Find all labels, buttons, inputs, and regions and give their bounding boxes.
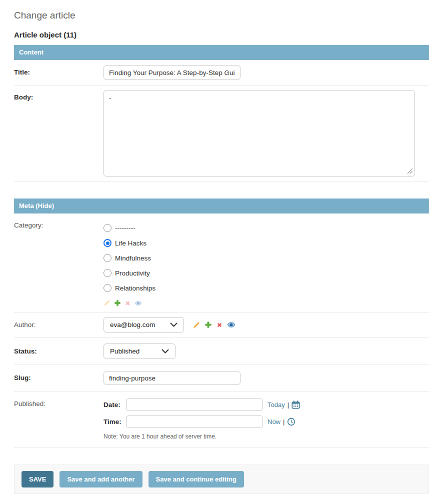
save-button[interactable]: SAVE [22,471,54,488]
content-fieldset: Content Title: Body: - [14,45,429,182]
chevron-down-icon [162,349,169,354]
published-date-line: Date: Today | [104,398,429,411]
title-input[interactable] [104,65,240,80]
radio-selected-icon[interactable] [104,239,112,247]
category-option-empty[interactable]: --------- [104,220,429,236]
category-option-label[interactable]: Productivity [115,270,150,277]
published-date-input[interactable] [126,398,263,411]
category-option-label[interactable]: Relationships [115,284,156,292]
published-label: Published: [14,398,104,408]
eye-icon[interactable] [227,320,236,329]
body-label: Body: [14,90,104,101]
category-option-mindfulness[interactable]: Mindfulness [104,250,429,266]
today-link[interactable]: Today [268,401,285,408]
page-title: Change article [14,10,429,21]
radio-icon[interactable] [104,269,112,277]
meta-fieldset: Meta (Hide) Category: --------- Life Hac… [14,198,429,448]
plus-icon[interactable] [114,300,121,306]
radio-icon[interactable] [104,224,112,232]
category-field-row: Category: --------- Life Hacks Mindfulne… [14,214,429,312]
textarea-resize-handle[interactable] [407,168,413,174]
author-field-row: Author: eva@blog.com [14,312,429,338]
category-option-label[interactable]: Mindfulness [115,254,151,262]
body-textarea[interactable]: - [104,90,415,176]
pipe-separator: | [288,401,289,408]
category-option-relationships[interactable]: Relationships [104,280,429,296]
radio-icon[interactable] [104,254,112,262]
category-option-label[interactable]: --------- [115,224,135,232]
submit-row: SAVE Save and add another Save and conti… [14,464,429,494]
change-article-page: Change article Article object (11) Conte… [0,10,429,494]
eye-icon[interactable] [134,300,142,307]
status-select-value: Published [110,348,140,355]
chevron-down-icon [170,322,178,327]
content-section-header: Content [14,45,429,60]
cross-icon[interactable] [124,300,131,306]
author-select[interactable]: eva@blog.com [104,317,184,332]
slug-input[interactable] [104,371,240,385]
pencil-icon[interactable] [104,300,110,306]
timezone-note: Note: You are 1 hour ahead of server tim… [104,433,429,440]
title-label: Title: [14,65,104,76]
published-field-row: Published: Date: Today | [14,392,429,448]
category-option-life-hacks[interactable]: Life Hacks [104,236,429,250]
slug-field-row: Slug: [14,365,429,392]
status-select[interactable]: Published [104,344,176,359]
meta-section-title[interactable]: Meta (Hide) [19,202,54,210]
radio-icon[interactable] [104,284,112,292]
meta-section-header[interactable]: Meta (Hide) [14,198,429,214]
category-label: Category: [14,220,104,229]
object-title: Article object (11) [14,30,429,39]
now-link[interactable]: Now [268,418,280,426]
published-time-line: Time: Now | [104,416,429,428]
plus-icon[interactable] [204,321,212,328]
clock-icon[interactable] [287,418,296,426]
category-option-productivity[interactable]: Productivity [104,266,429,280]
save-and-add-another-button[interactable]: Save and add another [60,471,142,488]
calendar-icon[interactable] [292,400,300,409]
cross-icon[interactable] [216,322,223,328]
status-label: Status: [14,344,104,355]
title-field-row: Title: [14,60,429,86]
body-field-row: Body: - [14,86,429,182]
author-related-actions [192,320,236,329]
status-field-row: Status: Published [14,338,429,365]
save-and-continue-editing-button[interactable]: Save and continue editing [148,471,244,488]
pencil-icon[interactable] [192,321,200,329]
author-select-value: eva@blog.com [110,321,155,328]
time-label: Time: [104,418,126,426]
category-related-actions [104,298,429,308]
slug-label: Slug: [14,371,104,382]
published-time-input[interactable] [126,416,263,428]
date-label: Date: [104,401,126,408]
category-option-label[interactable]: Life Hacks [115,240,146,247]
author-label: Author: [14,317,104,328]
content-section-title: Content [19,48,44,56]
pipe-separator: | [283,418,284,426]
